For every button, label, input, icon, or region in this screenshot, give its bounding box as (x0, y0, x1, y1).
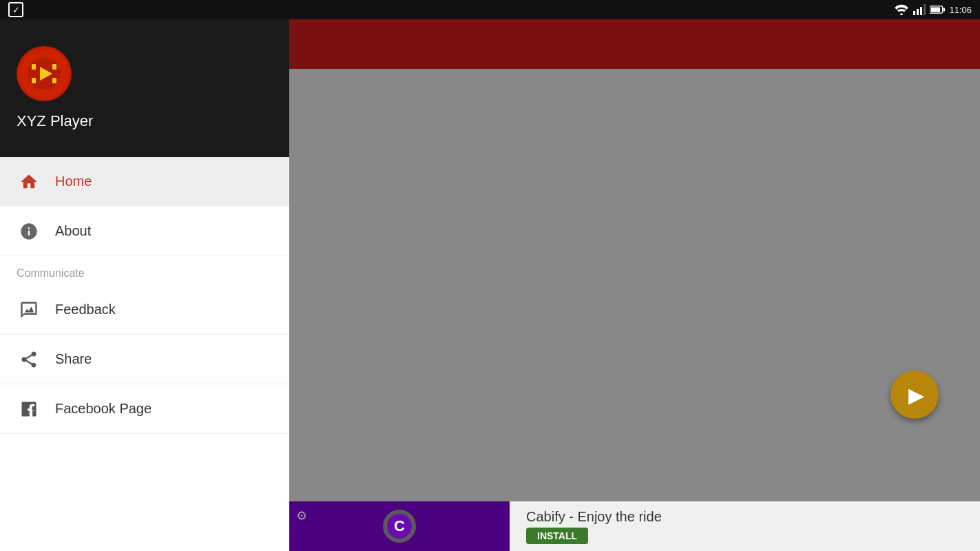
content-main: ▶ (289, 69, 980, 501)
ad-title: Cabify - Enjoy the ride (526, 509, 963, 525)
svg-point-0 (901, 13, 904, 15)
communicate-section-header: Communicate (0, 256, 289, 285)
app-logo-inner (25, 55, 63, 92)
app-title: XYZ Player (17, 112, 93, 130)
share-icon (17, 347, 41, 372)
ad-purple-section: ⚙ C (289, 501, 510, 551)
about-label: About (55, 223, 91, 239)
ad-install-button[interactable]: INSTALL (526, 528, 588, 544)
signal-icon (913, 4, 926, 15)
sidebar-item-feedback[interactable]: Feedback (0, 285, 289, 335)
svg-rect-7 (943, 8, 946, 11)
nav-section: Home About Communicate (0, 157, 289, 551)
wifi-icon (894, 4, 909, 15)
ad-banner[interactable]: ⚙ C Cabify - Enjoy the ride INSTALL (289, 501, 980, 551)
svg-rect-3 (920, 7, 922, 15)
content-area: ▶ ⚙ C Cabify - Enjoy the ride INSTALL (289, 19, 980, 551)
home-label: Home (55, 174, 92, 189)
sidebar-item-about[interactable]: About (0, 207, 289, 256)
svg-rect-11 (52, 64, 56, 70)
svg-rect-1 (913, 11, 915, 15)
svg-rect-12 (52, 78, 56, 83)
ad-logo: C (383, 510, 416, 543)
sidebar: XYZ Player Home About (0, 19, 289, 551)
sidebar-item-home[interactable]: Home (0, 157, 289, 207)
svg-rect-10 (32, 78, 36, 83)
facebook-label: Facebook Page (55, 401, 152, 417)
ad-settings-icon: ⚙ (296, 508, 307, 523)
svg-text:C: C (394, 517, 405, 534)
status-time: 11:06 (949, 5, 972, 15)
feedback-icon (17, 298, 41, 322)
main-layout: XYZ Player Home About (0, 19, 980, 551)
fab-play-icon: ▶ (908, 383, 924, 407)
svg-rect-9 (32, 64, 36, 70)
svg-rect-2 (917, 9, 919, 15)
film-play-icon (28, 57, 61, 90)
home-icon (17, 169, 41, 194)
status-bar-left: ✓ (8, 2, 23, 17)
sidebar-item-facebook[interactable]: Facebook Page (0, 384, 289, 434)
info-icon (17, 219, 41, 244)
facebook-icon (17, 397, 41, 422)
feedback-label: Feedback (55, 302, 116, 318)
sidebar-header: XYZ Player (0, 19, 289, 157)
ad-text-area: Cabify - Enjoy the ride INSTALL (510, 509, 980, 544)
battery-icon (930, 6, 945, 14)
sidebar-item-share[interactable]: Share (0, 335, 289, 384)
status-bar: ✓ 11:06 (0, 0, 980, 19)
content-toolbar (289, 19, 980, 69)
notification-check-icon: ✓ (8, 2, 23, 17)
status-bar-right: 11:06 (894, 4, 972, 15)
svg-rect-4 (924, 4, 926, 15)
share-label: Share (55, 351, 92, 367)
svg-rect-6 (931, 8, 941, 12)
app-logo (17, 46, 72, 101)
fab-play-button[interactable]: ▶ (890, 371, 939, 419)
